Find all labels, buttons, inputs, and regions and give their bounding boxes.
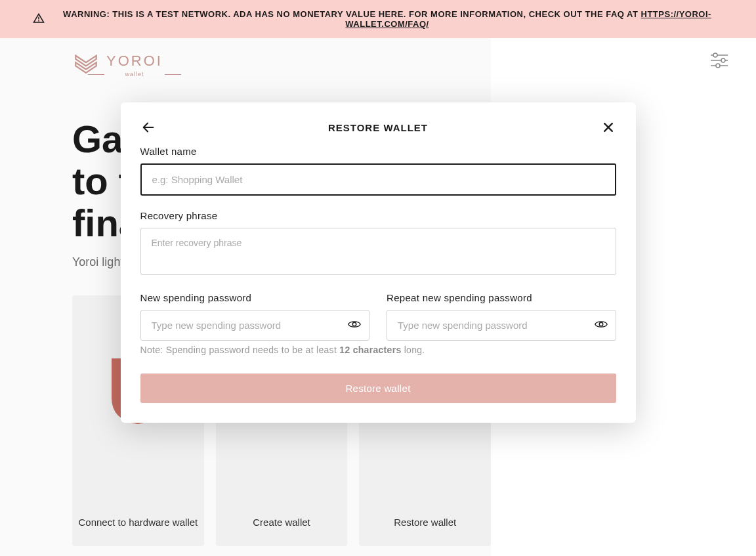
modal-header: RESTORE WALLET [140,119,616,135]
new-password-group: New spending password [140,292,370,341]
repeat-password-group: Repeat new spending password [387,292,616,341]
recovery-phrase-input[interactable] [140,228,616,275]
wallet-name-input[interactable] [140,163,616,196]
back-button[interactable] [140,119,156,135]
svg-point-10 [352,322,356,326]
repeat-password-label: Repeat new spending password [387,292,616,303]
restore-wallet-button[interactable]: Restore wallet [140,374,616,403]
password-row: New spending password Repeat new spendin… [140,292,616,341]
note-suffix: long. [402,345,425,355]
repeat-password-input[interactable] [387,310,616,341]
password-note: Note: Spending password needs to be at l… [140,345,616,355]
modal-overlay: RESTORE WALLET Wallet name Recovery phra… [0,0,756,556]
close-button[interactable] [600,119,616,135]
restore-wallet-modal: RESTORE WALLET Wallet name Recovery phra… [121,102,636,423]
wallet-name-group: Wallet name [140,146,616,196]
toggle-password-visibility-icon[interactable] [594,317,608,334]
new-password-input[interactable] [140,310,370,341]
recovery-phrase-label: Recovery phrase [140,210,616,221]
svg-point-11 [599,322,603,326]
note-prefix: Note: Spending password needs to be at l… [140,345,340,355]
wallet-name-label: Wallet name [140,146,616,157]
new-password-label: New spending password [140,292,370,303]
modal-title: RESTORE WALLET [156,122,600,133]
recovery-phrase-group: Recovery phrase [140,210,616,278]
toggle-password-visibility-icon[interactable] [347,317,362,334]
note-bold: 12 characters [339,345,401,355]
